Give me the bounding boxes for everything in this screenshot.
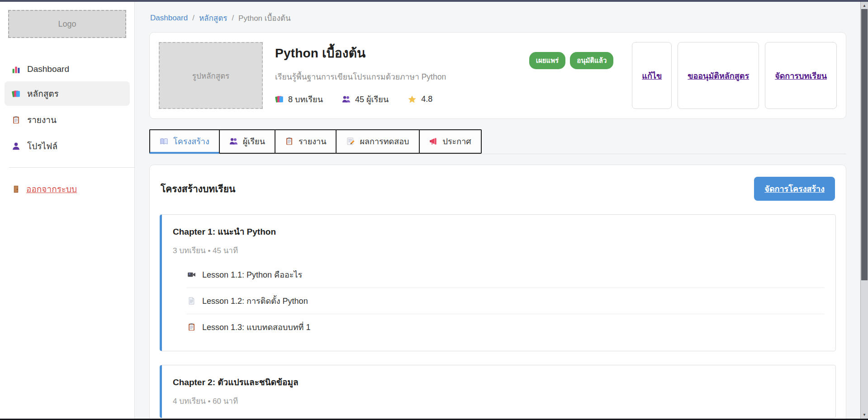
course-stat-label: 8 บทเรียน [288, 93, 323, 106]
star-icon [408, 95, 417, 104]
clipboard-icon [187, 323, 196, 331]
video-icon [187, 270, 196, 279]
tab-structure[interactable]: โครงสร้าง [149, 129, 220, 154]
chapter-meta: 3 บทเรียน • 45 นาที [173, 244, 825, 256]
tab-announcements[interactable]: ประกาศ [419, 129, 482, 154]
window-top-edge [0, 0, 868, 2]
scrollbar-thumb[interactable] [861, 9, 868, 280]
lesson-title: Lesson 1.2: การติดตั้ง Python [202, 294, 308, 307]
course-stat-label: 45 ผู้เรียน [355, 93, 389, 106]
chapter-list: Chapter 1: แนะนำ Python3 บทเรียน • 45 นา… [160, 214, 836, 418]
document-icon [187, 297, 196, 305]
chapter-title: Chapter 2: ตัวแปรและชนิดข้อมูล [173, 375, 825, 389]
vertical-scrollbar[interactable]: ▲ ▼ [860, 0, 868, 420]
books-icon [12, 90, 20, 98]
course-info: Python เบื้องต้น เรียนรู้พื้นฐานการเขียน… [275, 42, 517, 109]
person-icon [12, 142, 20, 151]
course-actions: แก้ไขขออนุมัติหลักสูตรจัดการบทเรียน [632, 42, 837, 109]
logout-wrap: ออกจากระบบ [0, 179, 134, 198]
sidebar-item-label: Dashboard [27, 64, 69, 74]
sidebar: Logo Dashboardหลักสูตรรายงานโปรไฟล์ ออกจ… [0, 0, 135, 420]
tab-label: ผลการทดสอบ [360, 135, 409, 148]
bar-chart-icon [12, 65, 20, 74]
books-icon [275, 95, 284, 104]
chapter-title: Chapter 1: แนะนำ Python [173, 225, 825, 238]
course-title: Python เบื้องต้น [275, 43, 517, 63]
tab-label: รายงาน [299, 135, 327, 148]
lesson-row[interactable]: Lesson 1.2: การติดตั้ง Python [186, 288, 825, 314]
course-stats: 8 บทเรียน45 ผู้เรียน4.8 [275, 93, 517, 106]
course-description: เรียนรู้พื้นฐานการเขียนโปรแกรมด้วยภาษา P… [275, 71, 517, 83]
course-tabs: โครงสร้างผู้เรียนรายงานผลการทดสอบประกาศ [149, 129, 846, 154]
chapter-card: Chapter 2: ตัวแปรและชนิดข้อมูล4 บทเรียน … [160, 365, 836, 418]
sidebar-nav: Dashboardหลักสูตรรายงานโปรไฟล์ [0, 59, 134, 158]
main-content: Dashboard/หลักสูตร/Python เบื้องต้น รูปห… [135, 0, 860, 420]
course-stat-label: 4.8 [421, 94, 432, 104]
tab-label: ผู้เรียน [243, 135, 265, 148]
lesson-title: Lesson 1.1: Python คืออะไร [202, 268, 302, 281]
people-icon [229, 137, 238, 146]
sidebar-item-label: หลักสูตร [27, 87, 59, 100]
clipboard-icon [12, 116, 20, 124]
sidebar-divider [9, 167, 134, 168]
sidebar-item-profile[interactable]: โปรไฟล์ [5, 134, 130, 158]
scrollbar-up-arrow-icon[interactable]: ▲ [861, 2, 868, 9]
course-stat: 8 บทเรียน [275, 93, 323, 106]
manage-structure-button[interactable]: จัดการโครงสร้าง [754, 177, 835, 201]
course-image-placeholder: รูปหลักสูตร [159, 42, 263, 109]
logout-link[interactable]: ออกจากระบบ [7, 179, 127, 198]
breadcrumb-separator: / [232, 14, 234, 23]
tab-reports[interactable]: รายงาน [275, 129, 337, 154]
sidebar-item-label: รายงาน [27, 113, 57, 127]
lesson-row[interactable]: Lesson 1.1: Python คืออะไร [186, 262, 825, 288]
logo-placeholder: Logo [8, 10, 126, 38]
lesson-row[interactable]: Lesson 1.3: แบบทดสอบบทที่ 1 [186, 314, 825, 340]
action-request-approval-button[interactable]: ขออนุมัติหลักสูตร [678, 42, 759, 109]
course-stat: 45 ผู้เรียน [342, 93, 389, 106]
sidebar-item-reports[interactable]: รายงาน [5, 108, 130, 132]
course-header-card: รูปหลักสูตร Python เบื้องต้น เรียนรู้พื้… [149, 32, 846, 119]
lesson-list: Lesson 1.1: Python คืออะไรLesson 1.2: กา… [186, 262, 825, 340]
breadcrumb-separator: / [192, 14, 194, 23]
status-badge: อนุมัติแล้ว [570, 52, 613, 69]
chapter-meta: 4 บทเรียน • 60 นาที [173, 395, 825, 407]
logo-text: Logo [58, 19, 76, 29]
breadcrumb-current: Python เบื้องต้น [238, 12, 290, 24]
megaphone-icon [429, 137, 438, 146]
memo-pencil-icon [346, 137, 355, 146]
people-icon [342, 95, 351, 104]
breadcrumb-link[interactable]: หลักสูตร [199, 12, 227, 24]
app-root: Logo Dashboardหลักสูตรรายงานโปรไฟล์ ออกจ… [0, 0, 860, 420]
sidebar-item-label: โปรไฟล์ [27, 139, 57, 153]
action-link-label: แก้ไข [642, 69, 662, 82]
structure-header: โครงสร้างบทเรียน จัดการโครงสร้าง [160, 177, 836, 201]
sidebar-item-dashboard[interactable]: Dashboard [5, 59, 130, 80]
breadcrumb-link[interactable]: Dashboard [150, 14, 188, 23]
clipboard-icon [285, 137, 294, 146]
open-book-icon [160, 137, 168, 146]
breadcrumb: Dashboard/หลักสูตร/Python เบื้องต้น [150, 12, 846, 24]
tab-test-results[interactable]: ผลการทดสอบ [336, 129, 419, 154]
structure-heading: โครงสร้างบทเรียน [161, 181, 235, 196]
action-manage-lessons-button[interactable]: จัดการบทเรียน [765, 42, 837, 109]
lesson-title: Lesson 1.3: แบบทดสอบบทที่ 1 [202, 321, 310, 334]
course-badges: เผยแพร่อนุมัติแล้ว [529, 52, 614, 69]
action-link-label: จัดการบทเรียน [775, 69, 827, 82]
course-image-label: รูปหลักสูตร [192, 70, 229, 82]
tab-label: ประกาศ [443, 135, 471, 148]
sidebar-item-courses[interactable]: หลักสูตร [5, 81, 130, 106]
chapter-card: Chapter 1: แนะนำ Python3 บทเรียน • 45 นา… [160, 214, 836, 351]
action-edit-button[interactable]: แก้ไข [632, 42, 672, 109]
tab-label: โครงสร้าง [173, 135, 209, 148]
action-link-label: ขออนุมัติหลักสูตร [688, 69, 749, 82]
logout-label: ออกจากระบบ [26, 182, 77, 196]
tab-students[interactable]: ผู้เรียน [219, 129, 275, 154]
course-stat: 4.8 [408, 94, 432, 104]
structure-panel: โครงสร้างบทเรียน จัดการโครงสร้าง Chapter… [149, 165, 846, 420]
status-badge: เผยแพร่ [529, 52, 565, 69]
scrollbar-down-arrow-icon[interactable]: ▼ [861, 411, 868, 418]
door-icon [12, 185, 20, 193]
